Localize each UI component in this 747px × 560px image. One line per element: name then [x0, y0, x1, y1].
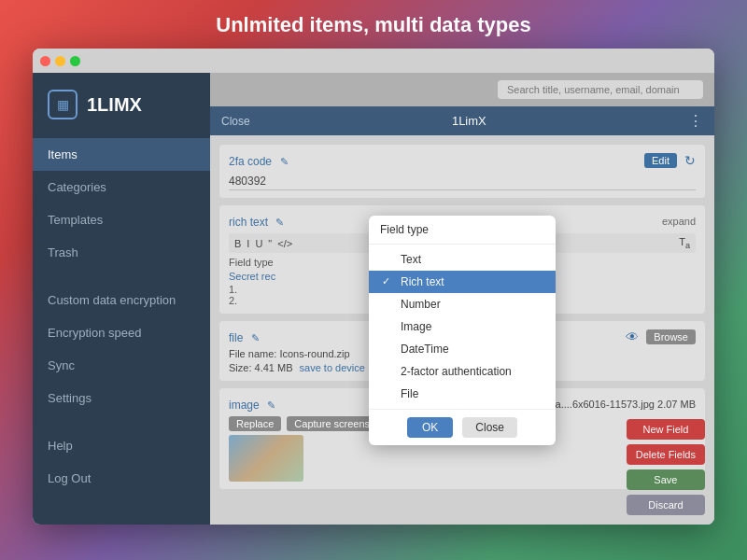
selected-check-icon: ✓	[382, 275, 395, 287]
field-type-label: Field type	[380, 223, 429, 236]
ok-button[interactable]: OK	[407, 417, 453, 438]
traffic-lights	[40, 56, 80, 66]
sidebar-item-settings[interactable]: Settings	[33, 382, 210, 414]
sidebar-logo: ▦ 1LIMX	[33, 73, 210, 138]
minimize-window-button[interactable]	[55, 56, 65, 66]
title-bar	[33, 49, 714, 73]
app-body: ▦ 1LIMX Items Categories Templates Trash	[33, 73, 714, 525]
sidebar-nav: Items Categories Templates Trash Custom …	[33, 138, 210, 525]
sidebar-item-items[interactable]: Items	[33, 138, 210, 171]
dropdown-modal: Field type Text ✓ Rich text	[369, 216, 556, 445]
sidebar-item-encryption-speed[interactable]: Encryption speed	[33, 316, 210, 349]
dropdown-overlay: Field type Text ✓ Rich text	[210, 135, 714, 525]
sidebar-item-sync[interactable]: Sync	[33, 349, 210, 382]
maximize-window-button[interactable]	[70, 56, 80, 66]
logo-text: 1LIMX	[87, 94, 142, 116]
content-area: 2fa code ✎ Edit ↻ 480392 rich te	[210, 135, 714, 525]
window-header: Close 1LimX ⋮	[210, 106, 714, 135]
dropdown-item-2fa[interactable]: 2-factor authentication	[369, 360, 556, 383]
search-input[interactable]	[498, 80, 703, 99]
app-window: ▦ 1LIMX Items Categories Templates Trash	[33, 49, 714, 525]
sidebar-item-templates[interactable]: Templates	[33, 203, 210, 236]
sidebar-item-categories[interactable]: Categories	[33, 171, 210, 203]
field-type-row: Field type	[369, 216, 556, 245]
sidebar-divider	[33, 269, 210, 284]
dropdown-item-file[interactable]: File	[369, 383, 556, 405]
sidebar-divider-2	[33, 414, 210, 429]
sidebar-item-logout[interactable]: Log Out	[33, 462, 210, 495]
logo-icon: ▦	[48, 90, 78, 119]
dropdown-item-text[interactable]: Text	[369, 248, 556, 271]
sidebar-item-custom-data-encryption[interactable]: Custom data encryption	[33, 284, 210, 316]
dropdown-item-rich-text[interactable]: ✓ Rich text	[369, 271, 556, 293]
sidebar: ▦ 1LIMX Items Categories Templates Trash	[33, 73, 210, 525]
dropdown-list: Text ✓ Rich text Number	[369, 245, 556, 409]
main-content: Close 1LimX ⋮ 2fa code ✎ Edit ↻	[210, 73, 714, 525]
window-title: 1LimX	[452, 114, 486, 128]
search-bar-area	[210, 73, 714, 106]
close-button[interactable]: Close	[221, 115, 250, 128]
dropdown-item-image[interactable]: Image	[369, 315, 556, 338]
sidebar-bottom: Help Log Out	[33, 429, 210, 506]
page-title: Unlmited items, multi data types	[0, 0, 747, 49]
close-window-button[interactable]	[40, 56, 50, 66]
header-menu-icon[interactable]: ⋮	[688, 112, 703, 130]
dropdown-item-number[interactable]: Number	[369, 293, 556, 315]
sidebar-item-help[interactable]: Help	[33, 429, 210, 462]
dropdown-actions: OK Close	[369, 409, 556, 445]
close-modal-button[interactable]: Close	[462, 417, 517, 438]
sidebar-item-trash[interactable]: Trash	[33, 236, 210, 269]
dropdown-item-datetime[interactable]: DateTime	[369, 338, 556, 360]
